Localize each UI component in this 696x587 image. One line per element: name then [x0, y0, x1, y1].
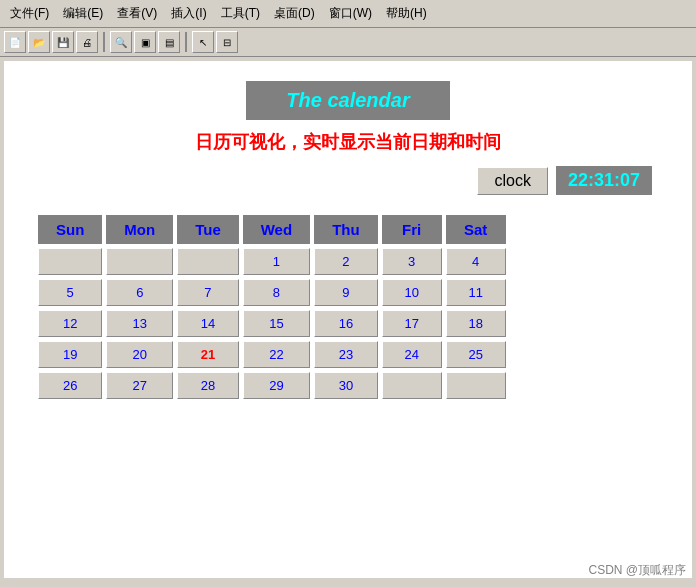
menubar: 文件(F) 编辑(E) 查看(V) 插入(I) 工具(T) 桌面(D) 窗口(W… — [0, 0, 696, 28]
watermark: CSDN @顶呱程序 — [588, 562, 686, 579]
cal-header-tue: Tue — [177, 215, 239, 244]
cal-cell — [446, 372, 506, 399]
cursor-button[interactable]: ↖ — [192, 31, 214, 53]
cal-cell: 10 — [382, 279, 442, 306]
cal-cell: 27 — [106, 372, 173, 399]
table-row: 567891011 — [38, 279, 506, 306]
open-button[interactable]: 📂 — [28, 31, 50, 53]
menu-insert[interactable]: 插入(I) — [165, 3, 212, 24]
menu-file[interactable]: 文件(F) — [4, 3, 55, 24]
menu-view[interactable]: 查看(V) — [111, 3, 163, 24]
cal-cell — [382, 372, 442, 399]
cal-header-sat: Sat — [446, 215, 506, 244]
cal-cell: 29 — [243, 372, 310, 399]
calendar: SunMonTueWedThuFriSat 123456789101112131… — [14, 211, 682, 403]
page-title: The calendar — [286, 89, 409, 111]
cal-cell: 7 — [177, 279, 239, 306]
calendar-table: SunMonTueWedThuFriSat 123456789101112131… — [34, 211, 510, 403]
main-content: The calendar 日历可视化，实时显示当前日期和时间 clock 22:… — [4, 61, 692, 578]
cal-header-wed: Wed — [243, 215, 310, 244]
cal-cell: 30 — [314, 372, 378, 399]
cal-cell: 11 — [446, 279, 506, 306]
cal-cell: 14 — [177, 310, 239, 337]
separator-1 — [103, 32, 105, 52]
cal-cell: 1 — [243, 248, 310, 275]
menu-tools[interactable]: 工具(T) — [215, 3, 266, 24]
cal-cell: 20 — [106, 341, 173, 368]
cal-cell: 8 — [243, 279, 310, 306]
title-box: The calendar — [246, 81, 449, 120]
cal-cell — [38, 248, 102, 275]
cal-cell: 6 — [106, 279, 173, 306]
clock-row: clock 22:31:07 — [477, 166, 652, 195]
cal-header-mon: Mon — [106, 215, 173, 244]
cal-cell: 23 — [314, 341, 378, 368]
cal-cell: 18 — [446, 310, 506, 337]
table-row: 12131415161718 — [38, 310, 506, 337]
cal-cell: 5 — [38, 279, 102, 306]
view-button[interactable]: ⊟ — [216, 31, 238, 53]
cal-cell: 21 — [177, 341, 239, 368]
cal-cell: 25 — [446, 341, 506, 368]
cal-header-fri: Fri — [382, 215, 442, 244]
clock-label: clock — [477, 167, 547, 195]
table-row: 2627282930 — [38, 372, 506, 399]
menu-edit[interactable]: 编辑(E) — [57, 3, 109, 24]
cal-cell: 2 — [314, 248, 378, 275]
cal-header-thu: Thu — [314, 215, 378, 244]
cal-cell: 19 — [38, 341, 102, 368]
preview-button[interactable]: 🔍 — [110, 31, 132, 53]
menu-desktop[interactable]: 桌面(D) — [268, 3, 321, 24]
table-row: 1234 — [38, 248, 506, 275]
clock-value: 22:31:07 — [556, 166, 652, 195]
save-button[interactable]: 💾 — [52, 31, 74, 53]
cal-cell: 22 — [243, 341, 310, 368]
calendar-body: 1234567891011121314151617181920212223242… — [38, 248, 506, 399]
separator-2 — [185, 32, 187, 52]
btn2[interactable]: ▣ — [134, 31, 156, 53]
cal-cell: 12 — [38, 310, 102, 337]
cal-header-sun: Sun — [38, 215, 102, 244]
cal-cell: 16 — [314, 310, 378, 337]
menu-help[interactable]: 帮助(H) — [380, 3, 433, 24]
cal-cell: 24 — [382, 341, 442, 368]
cal-cell: 28 — [177, 372, 239, 399]
new-button[interactable]: 📄 — [4, 31, 26, 53]
cal-cell — [106, 248, 173, 275]
cal-cell: 3 — [382, 248, 442, 275]
menu-window[interactable]: 窗口(W) — [323, 3, 378, 24]
subtitle: 日历可视化，实时显示当前日期和时间 — [195, 130, 501, 154]
cal-cell: 26 — [38, 372, 102, 399]
print-button[interactable]: 🖨 — [76, 31, 98, 53]
table-row: 19202122232425 — [38, 341, 506, 368]
cal-cell: 17 — [382, 310, 442, 337]
cal-cell: 4 — [446, 248, 506, 275]
cal-cell: 15 — [243, 310, 310, 337]
cal-cell: 9 — [314, 279, 378, 306]
cal-cell: 13 — [106, 310, 173, 337]
toolbar: 📄 📂 💾 🖨 🔍 ▣ ▤ ↖ ⊟ — [0, 28, 696, 57]
btn3[interactable]: ▤ — [158, 31, 180, 53]
calendar-header-row: SunMonTueWedThuFriSat — [38, 215, 506, 244]
cal-cell — [177, 248, 239, 275]
